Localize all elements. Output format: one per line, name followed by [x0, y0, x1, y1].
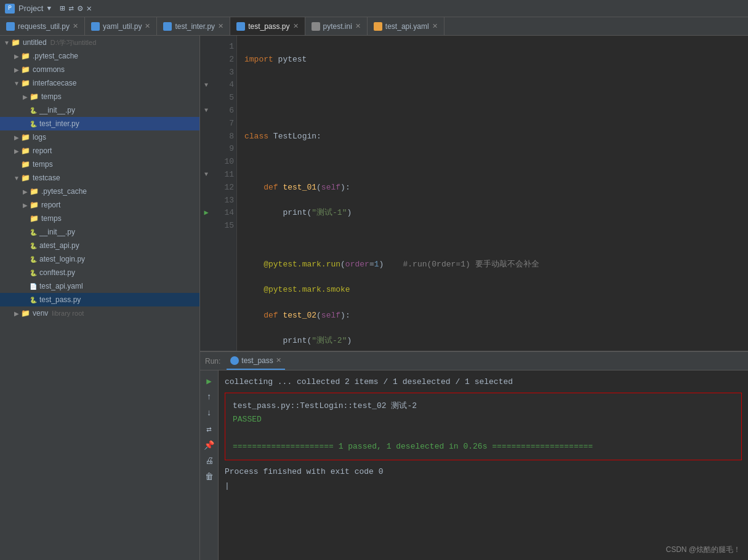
py-icon: 🐍	[30, 256, 37, 263]
gutter-14[interactable]: ▶	[200, 207, 212, 220]
scroll-up-button[interactable]: ↑	[203, 390, 216, 404]
folder-icon: 📁	[21, 79, 30, 87]
py-file-icon	[163, 22, 172, 31]
sidebar-item-label: interfacecase	[33, 79, 76, 87]
sidebar-item-label: untitled	[23, 38, 47, 47]
title-bar-left: P Project ▼ ⊞ ⇄ ⚙ ✕	[5, 3, 92, 14]
gutter-6[interactable]: ▼	[200, 105, 212, 118]
gutter-13	[200, 194, 212, 207]
close-icon[interactable]: ✕	[86, 3, 91, 14]
rerun-button[interactable]: ⇄	[203, 422, 216, 436]
settings-icon[interactable]: ⚙	[78, 3, 82, 14]
project-dropdown-icon[interactable]: ▼	[47, 5, 51, 12]
sidebar-item-report-1[interactable]: ▶ 📁 report	[0, 144, 199, 158]
pin-button[interactable]: 📌	[203, 438, 216, 452]
tab-label: pytest.ini	[323, 22, 352, 31]
sidebar-item-pytest-cache-2[interactable]: ▶ 📁 .pytest_cache	[0, 185, 199, 198]
layout-icon[interactable]: ⊞	[60, 3, 65, 14]
sidebar-item-venv[interactable]: ▶ 📁 venv library root	[0, 306, 199, 320]
tab-label: test_api.yaml	[385, 22, 429, 31]
code-line-6: def test_01(self):	[244, 183, 350, 192]
process-line-wrapper: Process finished with exit code 0 |	[225, 465, 742, 492]
expand-arrow: ▶	[21, 202, 30, 209]
expand-arrow: ▶	[21, 94, 30, 100]
tab-close[interactable]: ✕	[218, 22, 223, 30]
split-icon[interactable]: ⇄	[69, 3, 74, 14]
sidebar-item-label: commons	[33, 65, 65, 74]
sidebar-item-pytest-cache-1[interactable]: ▶ 📁 .pytest_cache	[0, 49, 199, 63]
sidebar-item-interfacecase[interactable]: ▼ 📁 interfacecase	[0, 76, 199, 90]
tab-label: test_pass.py	[248, 22, 289, 31]
trash-button[interactable]: 🗑	[203, 470, 216, 484]
py-icon: 🐍	[30, 297, 37, 303]
line-numbers: 1 2 3 4 5 6 7 8 9 10 11 12 13 14 15	[212, 36, 237, 351]
print-button[interactable]: 🖨	[203, 454, 216, 468]
equals-line: ===================== 1 passed, 1 desele…	[233, 440, 734, 454]
tab-yaml-util[interactable]: yaml_util.py ✕	[85, 17, 157, 35]
sidebar-item-init-1[interactable]: 🐍 __init__.py	[0, 103, 199, 117]
expand-arrow: ▼	[12, 175, 21, 182]
folder-icon: 📁	[30, 187, 39, 196]
gutter-1	[200, 41, 212, 54]
folder-icon: 📁	[21, 160, 30, 169]
sidebar-item-untitled[interactable]: ▼ 📁 untitled D:\学习\untitled	[0, 36, 199, 49]
fold-icon: ▼	[204, 81, 208, 90]
sidebar-item-temps-2[interactable]: 📁 temps	[0, 158, 199, 171]
sidebar-item-test-inter[interactable]: 🐍 test_inter.py	[0, 117, 199, 130]
code-line-1: import pytest	[244, 55, 307, 64]
tab-label: requests_util.py	[18, 22, 70, 31]
code-line-7: print("测试-1")	[244, 208, 352, 217]
sidebar-item-label: report	[41, 201, 60, 209]
tab-bar: requests_util.py ✕ yaml_util.py ✕ test_i…	[0, 17, 748, 36]
collecting-line: collecting ... collected 2 items / 1 des…	[225, 375, 742, 389]
gutter-icons: ▼ ▼ ▼ ▶	[200, 36, 212, 351]
sidebar-item-logs[interactable]: ▶ 📁 logs	[0, 130, 199, 144]
tab-label: yaml_util.py	[103, 22, 142, 31]
expand-arrow: ▶	[12, 148, 21, 154]
sidebar-item-report-2[interactable]: ▶ 📁 report	[0, 198, 199, 212]
scroll-down-button[interactable]: ↓	[203, 406, 216, 420]
tab-requests-util[interactable]: requests_util.py ✕	[0, 17, 85, 35]
line-num: 14	[215, 207, 234, 220]
tab-test-api-yaml[interactable]: test_api.yaml ✕	[368, 17, 444, 35]
run-icon[interactable]: ▶	[204, 207, 208, 219]
sidebar-item-atest-api[interactable]: 🐍 atest_api.py	[0, 239, 199, 252]
run-button[interactable]: ▶	[203, 374, 216, 388]
py-file-icon	[6, 22, 15, 31]
sidebar-item-temps-1[interactable]: ▶ 📁 temps	[0, 90, 199, 103]
expand-arrow: ▶	[12, 310, 21, 317]
run-tab-icon	[230, 356, 239, 365]
gutter-8	[200, 130, 212, 143]
tab-close[interactable]: ✕	[73, 22, 78, 30]
sidebar-item-testcase[interactable]: ▼ 📁 testcase	[0, 171, 199, 185]
tab-close[interactable]: ✕	[145, 22, 150, 30]
tab-test-inter[interactable]: test_inter.py ✕	[157, 17, 230, 35]
folder-icon: 📁	[11, 38, 20, 47]
sidebar-item-test-pass[interactable]: 🐍 test_pass.py	[0, 293, 199, 306]
sidebar-item-atest-login[interactable]: 🐍 atest_login.py	[0, 252, 199, 266]
tab-close[interactable]: ✕	[293, 22, 299, 30]
line-num: 2	[215, 54, 234, 66]
sidebar-item-commons[interactable]: ▶ 📁 commons	[0, 63, 199, 76]
code-content[interactable]: import pytest class TestLogin: def test_…	[237, 36, 748, 351]
folder-icon: 📁	[21, 52, 30, 60]
tab-close[interactable]: ✕	[355, 22, 361, 30]
line-num: 12	[215, 182, 234, 194]
sidebar-item-init-2[interactable]: 🐍 __init__.py	[0, 225, 199, 239]
fold-icon: ▼	[204, 170, 208, 180]
tab-pytest-ini[interactable]: pytest.ini ✕	[305, 17, 368, 35]
sidebar-item-temps-3[interactable]: 📁 temps	[0, 212, 199, 225]
tab-test-pass[interactable]: test_pass.py ✕	[230, 17, 305, 35]
py-icon: 🐍	[30, 107, 37, 114]
gutter-4[interactable]: ▼	[200, 79, 212, 92]
tab-close[interactable]: ✕	[432, 22, 438, 30]
sidebar-item-label: .pytest_cache	[41, 187, 87, 196]
run-tab-close-icon[interactable]: ✕	[276, 356, 281, 364]
run-tab[interactable]: test_pass ✕	[227, 352, 284, 370]
line-num: 5	[215, 92, 234, 105]
sidebar-item-conftest[interactable]: 🐍 conftest.py	[0, 266, 199, 279]
run-tab-label: test_pass	[241, 356, 273, 365]
sidebar-item-label: .pytest_cache	[33, 52, 78, 60]
sidebar-item-test-api-yaml[interactable]: 📄 test_api.yaml	[0, 279, 199, 293]
gutter-11[interactable]: ▼	[200, 169, 212, 182]
